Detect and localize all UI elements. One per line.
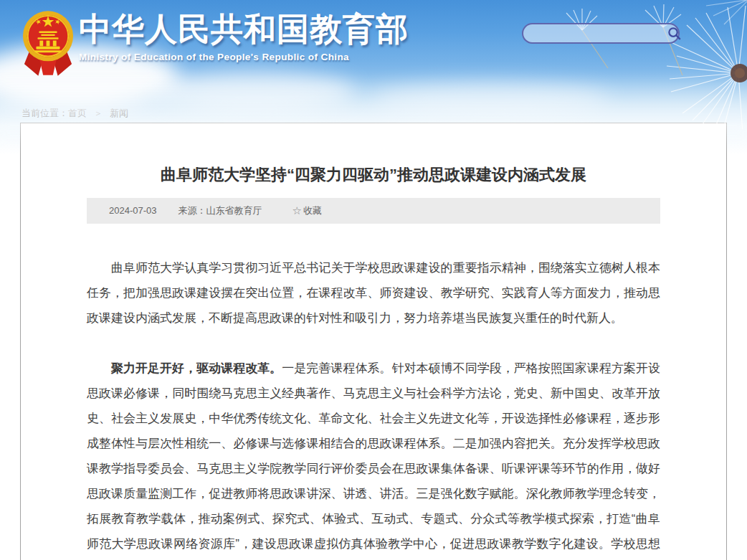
breadcrumb: 当前位置：首页＞新闻 — [0, 100, 747, 123]
favorite-label: 收藏 — [303, 204, 322, 217]
site-header: 中华人民共和国教育部 Ministry of Education of the … — [0, 0, 747, 100]
paragraph-text: 一是完善课程体系。针对本硕博不同学段，严格按照国家课程方案开设思政课必修课，同时… — [87, 361, 660, 560]
article-paragraph-2: 聚力开足开好，驱动课程改革。一是完善课程体系。针对本硕博不同学段，严格按照国家课… — [87, 356, 660, 560]
search-button[interactable] — [667, 24, 685, 42]
article-meta-bar: 2024-07-03 来源：山东省教育厅 ☆收藏 — [87, 198, 660, 224]
source-value: 山东省教育厅 — [206, 205, 262, 216]
site-title: 中华人民共和国教育部 — [79, 11, 409, 47]
article-title: 曲阜师范大学坚持“四聚力四驱动”推动思政课建设内涵式发展 — [87, 164, 660, 186]
breadcrumb-item-news[interactable]: 新闻 — [110, 108, 128, 118]
paragraph-text: 曲阜师范大学认真学习贯彻习近平总书记关于学校思政课建设的重要指示精神，围绕落实立… — [87, 261, 660, 325]
site-subtitle: Ministry of Education of the People's Re… — [79, 52, 409, 62]
paragraph-lead: 聚力开足开好，驱动课程改革。 — [111, 361, 282, 375]
article-source: 来源：山东省教育厅 — [179, 204, 262, 217]
breadcrumb-item-home[interactable]: 首页 — [68, 108, 87, 118]
article-date: 2024-07-03 — [109, 205, 157, 216]
source-label: 来源： — [179, 205, 206, 216]
breadcrumb-separator-icon: ＞ — [94, 108, 103, 118]
content-panel: 曲阜师范大学坚持“四聚力四驱动”推动思政课建设内涵式发展 2024-07-03 … — [20, 123, 727, 560]
search-input[interactable] — [523, 24, 667, 42]
article-body: 曲阜师范大学认真学习贯彻习近平总书记关于学校思政课建设的重要指示精神，围绕落实立… — [87, 255, 660, 560]
star-icon: ☆ — [292, 204, 302, 217]
favorite-button[interactable]: ☆收藏 — [292, 204, 322, 217]
search-icon — [667, 27, 681, 40]
national-emblem-icon — [22, 8, 75, 78]
article-paragraph-1: 曲阜师范大学认真学习贯彻习近平总书记关于学校思政课建设的重要指示精神，围绕落实立… — [87, 255, 660, 331]
search-box[interactable] — [522, 23, 680, 44]
breadcrumb-label: 当前位置： — [22, 108, 68, 118]
